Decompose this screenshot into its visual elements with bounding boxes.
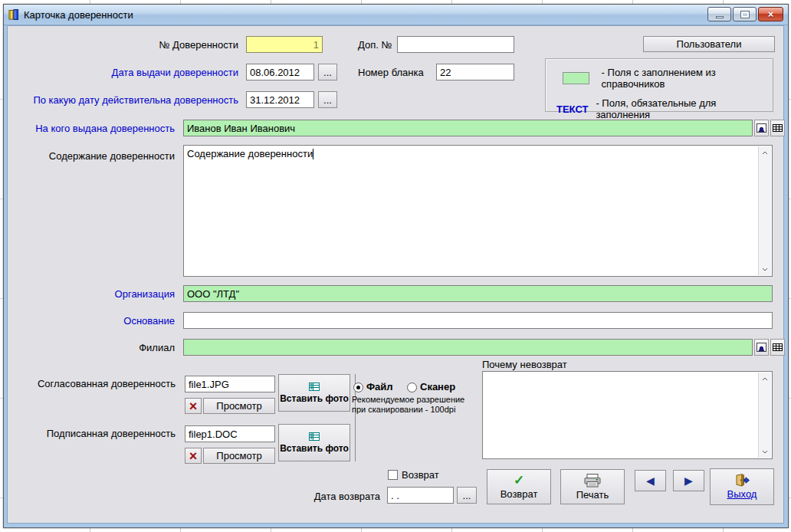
return-date-field[interactable]: . . xyxy=(387,487,454,504)
scroll-down-icon[interactable] xyxy=(759,263,771,275)
prev-record-button[interactable]: ◀ xyxy=(635,470,666,491)
minimize-button[interactable] xyxy=(707,7,731,21)
dop-number-field[interactable] xyxy=(397,36,514,53)
next-record-button[interactable]: ▶ xyxy=(673,470,704,491)
agreed-file-field[interactable]: file1.JPG xyxy=(185,376,275,392)
blank-number-label: Номер бланка xyxy=(358,67,424,78)
issue-date-picker-button[interactable]: ... xyxy=(318,64,337,80)
basis-field[interactable] xyxy=(183,312,773,329)
file-radio[interactable] xyxy=(353,383,363,392)
title-bar[interactable]: Карточка доверенности × xyxy=(4,5,788,25)
file-radio-label: Файл xyxy=(366,381,393,392)
minimize-icon xyxy=(716,16,724,18)
insert-photo-grid-icon xyxy=(308,382,320,392)
content-textarea[interactable]: Содержание доверенности xyxy=(183,145,773,277)
return-date-label: Дата возврата xyxy=(235,491,380,502)
legend-required-text: - Поля, обязательные для заполнения xyxy=(596,97,765,120)
noreturn-label: Почему невозврат xyxy=(482,359,567,370)
scroll-down-icon[interactable] xyxy=(759,445,771,458)
issue-date-label: Дата выдачи доверенности xyxy=(8,67,238,78)
exit-door-icon xyxy=(734,474,750,487)
card-window: Карточка доверенности × № Доверенности 1… xyxy=(3,4,789,528)
return-checkbox-label: Возврат xyxy=(402,469,439,481)
text-caret xyxy=(313,149,313,159)
return-date-picker-button[interactable]: ... xyxy=(457,487,477,504)
agreed-delete-button[interactable]: × xyxy=(185,398,202,414)
scanner-radio-label: Сканер xyxy=(420,381,455,392)
close-icon: × xyxy=(768,9,774,19)
insert-photo-grid-icon xyxy=(308,432,320,442)
printer-icon xyxy=(583,474,602,488)
issue-date-field[interactable]: 08.06.2012 xyxy=(246,64,314,80)
issued-to-field[interactable]: Иванов Иван Иванович xyxy=(183,120,753,136)
branch-table-button[interactable] xyxy=(770,339,785,356)
number-label: № Доверенности xyxy=(84,39,238,51)
print-button[interactable]: Печать xyxy=(560,469,625,504)
basis-label: Основание xyxy=(8,315,175,327)
issued-to-label: На кого выдана доверенность xyxy=(8,123,175,134)
branch-field[interactable] xyxy=(183,339,753,356)
signed-file-field[interactable]: filep1.DOC xyxy=(185,425,275,442)
exit-button-label: Выход xyxy=(727,488,757,500)
branch-label: Филиал xyxy=(8,342,175,353)
scroll-up-icon[interactable] xyxy=(759,146,771,159)
legend-required-sample: ТЕКСТ xyxy=(556,103,588,115)
books-icon xyxy=(8,8,21,21)
scanner-radio[interactable] xyxy=(407,383,417,392)
valid-until-field[interactable]: 31.12.2012 xyxy=(246,91,314,108)
delete-icon: × xyxy=(189,449,198,463)
agreed-insert-photo-button[interactable]: Вставить фото xyxy=(278,374,350,412)
noreturn-textarea[interactable] xyxy=(482,371,773,459)
insert-photo-label: Вставить фото xyxy=(280,443,349,454)
maximize-icon xyxy=(741,11,749,18)
insert-photo-label: Вставить фото xyxy=(280,393,349,404)
legend-panel: - Поля с заполнением из справочников ТЕК… xyxy=(545,58,773,112)
valid-until-label: По какую дату действительна доверенность xyxy=(8,94,238,106)
next-arrow-icon: ▶ xyxy=(684,475,693,486)
signed-insert-photo-button[interactable]: Вставить фото xyxy=(278,424,350,461)
issued-to-lookup-button[interactable] xyxy=(754,120,769,136)
client-area: № Доверенности 1 Доп. № Пользователи Дат… xyxy=(7,25,784,524)
scan-hint-line1: Рекомендуемое разрешение xyxy=(352,395,464,405)
content-text: Содержание доверенности xyxy=(187,148,313,159)
signed-delete-button[interactable]: × xyxy=(185,448,202,464)
users-button[interactable]: Пользователи xyxy=(643,36,775,52)
scan-hint-line2: при сканировании - 100dpi xyxy=(352,405,455,415)
scroll-up-icon[interactable] xyxy=(759,373,771,385)
content-label: Содержание доверенности xyxy=(8,150,175,162)
content-scrollbar[interactable] xyxy=(758,146,771,275)
branch-lookup-button[interactable] xyxy=(754,339,769,356)
lookup-card-icon xyxy=(757,343,766,352)
reference-field-swatch xyxy=(563,72,589,84)
noreturn-scrollbar[interactable] xyxy=(758,373,771,458)
prev-arrow-icon: ◀ xyxy=(646,475,655,486)
blank-number-field[interactable]: 22 xyxy=(436,64,514,80)
return-checkbox[interactable] xyxy=(388,470,398,480)
issued-to-table-button[interactable] xyxy=(770,120,785,136)
maximize-button[interactable] xyxy=(733,7,757,21)
number-field[interactable]: 1 xyxy=(246,36,323,53)
agreed-preview-button[interactable]: Просмотр xyxy=(203,398,275,414)
legend-reference-text: - Поля с заполнением из справочников xyxy=(602,67,765,90)
lookup-card-icon xyxy=(757,123,766,133)
check-icon: ✓ xyxy=(514,474,524,487)
valid-until-picker-button[interactable]: ... xyxy=(318,91,337,108)
close-button[interactable]: × xyxy=(758,7,783,21)
table-icon xyxy=(773,343,783,351)
table-icon xyxy=(773,124,783,132)
organization-label: Организация xyxy=(8,288,175,300)
organization-field[interactable]: ООО "ЛТД" xyxy=(183,285,773,302)
window-title: Карточка доверенности xyxy=(24,9,133,21)
signed-label: Подписанная доверенность xyxy=(8,428,176,439)
signed-preview-button[interactable]: Просмотр xyxy=(203,448,275,464)
return-button-label: Возврат xyxy=(501,488,538,500)
delete-icon: × xyxy=(189,399,198,413)
exit-button[interactable]: Выход xyxy=(710,468,774,505)
print-button-label: Печать xyxy=(576,489,609,501)
dop-number-label: Доп. № xyxy=(358,39,392,51)
agreed-label: Согласованная доверенность xyxy=(8,378,176,389)
return-button[interactable]: ✓ Возврат xyxy=(487,469,551,504)
